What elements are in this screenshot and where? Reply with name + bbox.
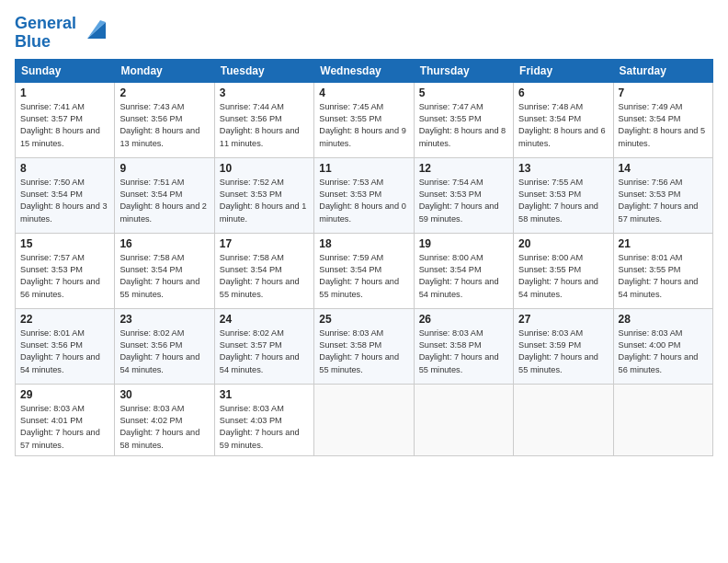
day-number: 5 [419, 86, 508, 99]
day-number: 30 [119, 388, 209, 401]
day-info: Sunrise: 7:58 AM Sunset: 3:54 PM Dayligh… [220, 252, 309, 301]
day-number: 2 [119, 86, 209, 99]
day-cell: 16 Sunrise: 7:58 AM Sunset: 3:54 PM Dayl… [115, 233, 214, 308]
day-info: Sunrise: 8:02 AM Sunset: 3:57 PM Dayligh… [220, 327, 309, 376]
day-cell: 8 Sunrise: 7:50 AM Sunset: 3:54 PM Dayli… [16, 157, 115, 233]
day-cell: 20 Sunrise: 8:00 AM Sunset: 3:55 PM Dayl… [514, 233, 613, 308]
day-info: Sunrise: 7:53 AM Sunset: 3:53 PM Dayligh… [319, 177, 408, 225]
day-number: 12 [419, 162, 508, 175]
day-cell: 3 Sunrise: 7:44 AM Sunset: 3:56 PM Dayli… [214, 82, 313, 157]
header-row: SundayMondayTuesdayWednesdayThursdayFrid… [16, 59, 713, 82]
day-number: 20 [518, 237, 608, 250]
day-cell: 9 Sunrise: 7:51 AM Sunset: 3:54 PM Dayli… [115, 157, 214, 233]
day-info: Sunrise: 7:59 AM Sunset: 3:54 PM Dayligh… [319, 252, 408, 301]
day-number: 25 [319, 313, 408, 326]
week-row-1: 1 Sunrise: 7:41 AM Sunset: 3:57 PM Dayli… [16, 82, 713, 157]
calendar-body: 1 Sunrise: 7:41 AM Sunset: 3:57 PM Dayli… [16, 82, 713, 455]
col-header-sunday: Sunday [16, 59, 115, 82]
day-number: 21 [619, 237, 708, 250]
day-cell: 23 Sunrise: 8:02 AM Sunset: 3:56 PM Dayl… [115, 308, 214, 384]
col-header-monday: Monday [115, 59, 214, 82]
day-number: 3 [220, 86, 309, 99]
col-header-tuesday: Tuesday [214, 59, 313, 82]
day-cell: 21 Sunrise: 8:01 AM Sunset: 3:55 PM Dayl… [613, 233, 712, 308]
day-number: 29 [20, 388, 109, 401]
day-cell: 24 Sunrise: 8:02 AM Sunset: 3:57 PM Dayl… [214, 308, 313, 384]
day-number: 23 [119, 313, 209, 326]
day-info: Sunrise: 7:49 AM Sunset: 3:54 PM Dayligh… [619, 101, 708, 150]
day-number: 7 [619, 86, 708, 99]
day-number: 1 [20, 86, 109, 99]
week-row-4: 22 Sunrise: 8:01 AM Sunset: 3:56 PM Dayl… [16, 308, 713, 384]
day-cell: 2 Sunrise: 7:43 AM Sunset: 3:56 PM Dayli… [115, 82, 214, 157]
day-info: Sunrise: 8:03 AM Sunset: 4:03 PM Dayligh… [220, 403, 309, 452]
day-cell: 7 Sunrise: 7:49 AM Sunset: 3:54 PM Dayli… [613, 82, 712, 157]
day-number: 15 [20, 237, 109, 250]
day-info: Sunrise: 7:45 AM Sunset: 3:55 PM Dayligh… [319, 101, 408, 150]
day-cell: 17 Sunrise: 7:58 AM Sunset: 3:54 PM Dayl… [214, 233, 313, 308]
calendar-table: SundayMondayTuesdayWednesdayThursdayFrid… [15, 59, 713, 456]
day-number: 22 [20, 313, 109, 326]
day-cell: 30 Sunrise: 8:03 AM Sunset: 4:02 PM Dayl… [115, 384, 214, 455]
day-cell: 15 Sunrise: 7:57 AM Sunset: 3:53 PM Dayl… [16, 233, 115, 308]
header: General Blue [15, 15, 713, 52]
day-info: Sunrise: 8:01 AM Sunset: 3:56 PM Dayligh… [20, 327, 109, 376]
day-cell: 27 Sunrise: 8:03 AM Sunset: 3:59 PM Dayl… [514, 308, 613, 384]
day-number: 9 [119, 162, 209, 175]
day-cell: 29 Sunrise: 8:03 AM Sunset: 4:01 PM Dayl… [16, 384, 115, 455]
day-number: 4 [319, 86, 408, 99]
day-number: 17 [220, 237, 309, 250]
day-number: 10 [220, 162, 309, 175]
day-info: Sunrise: 8:02 AM Sunset: 3:56 PM Dayligh… [119, 327, 209, 376]
logo-icon [80, 15, 109, 44]
day-cell: 4 Sunrise: 7:45 AM Sunset: 3:55 PM Dayli… [314, 82, 414, 157]
day-cell: 6 Sunrise: 7:48 AM Sunset: 3:54 PM Dayli… [514, 82, 613, 157]
day-number: 8 [20, 162, 109, 175]
day-info: Sunrise: 7:52 AM Sunset: 3:53 PM Dayligh… [220, 177, 309, 225]
day-cell [514, 384, 613, 455]
day-cell [613, 384, 712, 455]
week-row-5: 29 Sunrise: 8:03 AM Sunset: 4:01 PM Dayl… [16, 384, 713, 455]
logo: General Blue [15, 15, 109, 52]
day-info: Sunrise: 7:56 AM Sunset: 3:53 PM Dayligh… [619, 177, 708, 225]
col-header-wednesday: Wednesday [314, 59, 414, 82]
day-info: Sunrise: 8:03 AM Sunset: 4:02 PM Dayligh… [119, 403, 209, 452]
week-row-2: 8 Sunrise: 7:50 AM Sunset: 3:54 PM Dayli… [16, 157, 713, 233]
day-number: 24 [220, 313, 309, 326]
day-info: Sunrise: 7:41 AM Sunset: 3:57 PM Dayligh… [20, 101, 109, 150]
day-number: 16 [119, 237, 209, 250]
day-cell: 13 Sunrise: 7:55 AM Sunset: 3:53 PM Dayl… [514, 157, 613, 233]
day-cell: 19 Sunrise: 8:00 AM Sunset: 3:54 PM Dayl… [414, 233, 513, 308]
day-info: Sunrise: 8:03 AM Sunset: 3:58 PM Dayligh… [319, 327, 408, 376]
day-cell: 1 Sunrise: 7:41 AM Sunset: 3:57 PM Dayli… [16, 82, 115, 157]
day-number: 14 [619, 162, 708, 175]
week-row-3: 15 Sunrise: 7:57 AM Sunset: 3:53 PM Dayl… [16, 233, 713, 308]
day-info: Sunrise: 7:47 AM Sunset: 3:55 PM Dayligh… [419, 101, 508, 150]
day-info: Sunrise: 8:03 AM Sunset: 3:58 PM Dayligh… [419, 327, 508, 376]
day-number: 31 [220, 388, 309, 401]
logo-text2: Blue [15, 33, 76, 52]
day-cell: 25 Sunrise: 8:03 AM Sunset: 3:58 PM Dayl… [314, 308, 414, 384]
day-info: Sunrise: 7:50 AM Sunset: 3:54 PM Dayligh… [20, 177, 109, 225]
day-cell: 10 Sunrise: 7:52 AM Sunset: 3:53 PM Dayl… [214, 157, 313, 233]
day-info: Sunrise: 8:03 AM Sunset: 3:59 PM Dayligh… [518, 327, 608, 376]
day-number: 26 [419, 313, 508, 326]
day-info: Sunrise: 7:54 AM Sunset: 3:53 PM Dayligh… [419, 177, 508, 225]
day-info: Sunrise: 7:44 AM Sunset: 3:56 PM Dayligh… [220, 101, 309, 150]
day-cell: 31 Sunrise: 8:03 AM Sunset: 4:03 PM Dayl… [214, 384, 313, 455]
day-info: Sunrise: 8:03 AM Sunset: 4:00 PM Dayligh… [619, 327, 708, 376]
day-cell [414, 384, 513, 455]
day-info: Sunrise: 7:55 AM Sunset: 3:53 PM Dayligh… [518, 177, 608, 225]
col-header-saturday: Saturday [613, 59, 712, 82]
day-cell: 26 Sunrise: 8:03 AM Sunset: 3:58 PM Dayl… [414, 308, 513, 384]
day-info: Sunrise: 7:48 AM Sunset: 3:54 PM Dayligh… [518, 101, 608, 150]
day-cell: 28 Sunrise: 8:03 AM Sunset: 4:00 PM Dayl… [613, 308, 712, 384]
col-header-friday: Friday [514, 59, 613, 82]
day-cell: 14 Sunrise: 7:56 AM Sunset: 3:53 PM Dayl… [613, 157, 712, 233]
day-info: Sunrise: 8:03 AM Sunset: 4:01 PM Dayligh… [20, 403, 109, 452]
day-info: Sunrise: 7:58 AM Sunset: 3:54 PM Dayligh… [119, 252, 209, 301]
day-info: Sunrise: 8:00 AM Sunset: 3:54 PM Dayligh… [419, 252, 508, 301]
day-cell: 18 Sunrise: 7:59 AM Sunset: 3:54 PM Dayl… [314, 233, 414, 308]
day-cell [314, 384, 414, 455]
day-number: 6 [518, 86, 608, 99]
